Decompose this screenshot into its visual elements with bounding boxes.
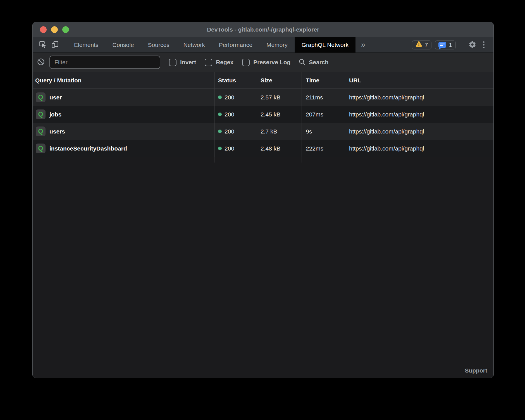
empty-panel-area: Support (33, 163, 493, 378)
warning-icon (416, 41, 422, 49)
status-code: 200 (225, 111, 234, 118)
tab-memory[interactable]: Memory (259, 37, 295, 52)
query-name: jobs (49, 111, 61, 118)
issues-count: 1 (449, 42, 452, 48)
device-toolbar-button[interactable] (49, 37, 61, 52)
query-name: instanceSecurityDashboard (49, 145, 127, 152)
query-type-badge: Q (36, 144, 46, 153)
regex-label[interactable]: Regex (216, 59, 233, 66)
invert-checkbox[interactable] (169, 59, 176, 66)
column-header-url: URL (345, 72, 493, 89)
status-code: 200 (225, 94, 234, 101)
clear-requests-button[interactable] (36, 58, 45, 67)
query-type-badge: Q (36, 109, 46, 119)
column-header-size: Size (256, 72, 302, 89)
preserve-log-checkbox[interactable] (242, 59, 250, 66)
url-cell: https://gitlab.com/api/graphql (345, 140, 493, 157)
table-row[interactable]: QinstanceSecurityDashboard2002.48 kB222m… (33, 140, 493, 157)
filter-input[interactable] (49, 56, 160, 69)
kebab-menu-icon (483, 41, 485, 48)
block-icon (37, 58, 45, 67)
panel-tabs: ElementsConsoleSourcesNetworkPerformance… (67, 37, 355, 52)
search-button[interactable]: Search (298, 58, 328, 66)
query-cell: QinstanceSecurityDashboard (33, 140, 214, 157)
network-filter-bar: Invert Regex Preserve Log Search (33, 53, 493, 72)
settings-button[interactable] (465, 40, 480, 49)
devtools-tabbar: ElementsConsoleSourcesNetworkPerformance… (33, 37, 493, 53)
tab-elements[interactable]: Elements (67, 37, 106, 52)
status-ok-dot (218, 113, 222, 116)
size-cell: 2.7 kB (256, 123, 302, 140)
invert-label[interactable]: Invert (180, 59, 196, 66)
close-window-button[interactable] (40, 26, 47, 33)
device-toolbar-icon (51, 40, 59, 49)
query-name: users (49, 128, 65, 135)
warnings-count: 7 (425, 42, 428, 48)
zoom-window-button[interactable] (62, 26, 69, 33)
tab-network[interactable]: Network (176, 37, 212, 52)
support-link[interactable]: Support (465, 367, 487, 374)
column-header-time: Time (302, 72, 345, 89)
status-ok-dot (218, 130, 222, 133)
preserve-log-group: Preserve Log (242, 59, 290, 66)
time-cell: 222ms (302, 140, 345, 157)
minimize-window-button[interactable] (51, 26, 58, 33)
url-cell: https://gitlab.com/api/graphql (345, 89, 493, 106)
tabbar-divider (461, 41, 461, 49)
table-header: Query / Mutation Status Size Time URL (33, 72, 493, 89)
issues-button[interactable]: 1 (435, 40, 456, 49)
time-cell: 9s (302, 123, 345, 140)
status-cell: 200 (214, 140, 256, 157)
table-row[interactable]: Qusers2002.7 kB9shttps://gitlab.com/api/… (33, 123, 493, 140)
more-tabs-button[interactable]: » (355, 37, 371, 52)
status-cell: 200 (214, 123, 256, 140)
status-code: 200 (225, 145, 234, 152)
column-separator-stub (33, 157, 493, 163)
console-warnings-button[interactable]: 7 (412, 40, 432, 49)
tabbar-right-controls: 7 1 (409, 37, 493, 52)
status-ok-dot (218, 147, 222, 150)
table-row[interactable]: Qjobs2002.45 kB207mshttps://gitlab.com/a… (33, 106, 493, 123)
inspect-cursor-icon (39, 40, 47, 49)
time-cell: 211ms (302, 89, 345, 106)
window-title: DevTools - gitlab.com/-/graphql-explorer (207, 26, 319, 33)
invert-filter-group: Invert (169, 59, 196, 66)
regex-filter-group: Regex (205, 59, 233, 66)
status-cell: 200 (214, 106, 256, 123)
query-type-badge: Q (36, 92, 46, 102)
query-cell: Quser (33, 89, 214, 106)
column-header-query: Query / Mutation (33, 72, 214, 89)
gear-icon (468, 40, 476, 49)
table-row[interactable]: Quser2002.57 kB211mshttps://gitlab.com/a… (33, 89, 493, 106)
table-body: Quser2002.57 kB211mshttps://gitlab.com/a… (33, 89, 493, 157)
time-cell: 207ms (302, 106, 345, 123)
status-code: 200 (225, 128, 234, 135)
requests-table: Query / Mutation Status Size Time URL Qu… (33, 72, 493, 378)
size-cell: 2.48 kB (256, 140, 302, 157)
query-type-badge: Q (36, 127, 46, 136)
traffic-lights (40, 22, 69, 37)
regex-checkbox[interactable] (205, 59, 212, 66)
tab-sources[interactable]: Sources (141, 37, 176, 52)
size-cell: 2.45 kB (256, 106, 302, 123)
status-cell: 200 (214, 89, 256, 106)
tab-performance[interactable]: Performance (212, 37, 259, 52)
url-cell: https://gitlab.com/api/graphql (345, 123, 493, 140)
query-name: user (49, 94, 62, 101)
devtools-window: DevTools - gitlab.com/-/graphql-explorer… (32, 22, 494, 378)
toolbar-divider (64, 41, 64, 49)
message-icon (438, 42, 446, 48)
inspect-element-button[interactable] (37, 37, 49, 52)
tab-console[interactable]: Console (106, 37, 141, 52)
search-icon (298, 58, 306, 66)
query-cell: Qjobs (33, 106, 214, 123)
column-header-status: Status (214, 72, 256, 89)
preserve-log-label[interactable]: Preserve Log (253, 59, 290, 66)
devtools-menu-button[interactable] (480, 41, 488, 48)
status-ok-dot (218, 96, 222, 99)
titlebar: DevTools - gitlab.com/-/graphql-explorer (33, 22, 493, 37)
tab-graphql-network[interactable]: GraphQL Network (295, 37, 355, 52)
query-cell: Qusers (33, 123, 214, 140)
size-cell: 2.57 kB (256, 89, 302, 106)
search-label: Search (309, 59, 328, 66)
